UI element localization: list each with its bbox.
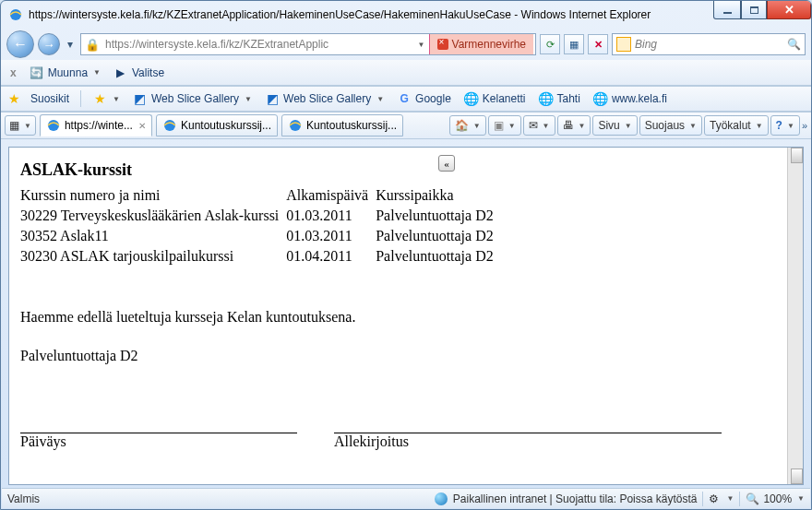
mail-icon: ✉ [529, 119, 538, 132]
select-icon: ▶ [113, 65, 128, 80]
vertical-scrollbar[interactable] [787, 148, 803, 484]
favlink-kela[interactable]: 🌐www.kela.fi [590, 89, 671, 108]
page-icon: 🌐 [539, 91, 554, 106]
page-menu-label: Sivu [598, 119, 619, 132]
col-header-place: Kurssipaikka [376, 185, 501, 206]
compat-view-button[interactable]: ▦ [564, 34, 584, 54]
favlink-label: Web Slice Gallery [151, 92, 239, 105]
print-button[interactable]: 🖶▼ [557, 115, 591, 136]
status-ready: Valmis [7, 492, 40, 505]
safety-menu[interactable]: Suojaus▼ [639, 115, 702, 136]
tab-1[interactable]: Kuntoutuskurssij... [156, 114, 278, 136]
forward-button[interactable]: → [38, 33, 60, 55]
signature-label-sign: Allekirjoitus [334, 433, 722, 450]
feeds-button[interactable]: ▣▼ [488, 115, 521, 136]
zone-icon [435, 492, 448, 505]
stop-button[interactable]: ✕ [588, 34, 608, 54]
svg-point-1 [48, 120, 59, 131]
convert-button[interactable]: 🔄 Muunna ▼ [26, 64, 104, 82]
nav-history-dropdown[interactable]: ▾ [64, 33, 77, 55]
favlink-tahti[interactable]: 🌐Tahti [535, 89, 584, 108]
search-submit-icon[interactable]: 🔍 [787, 38, 801, 51]
page-menu[interactable]: Sivu▼ [592, 115, 637, 136]
zoom-value: 100% [763, 492, 792, 505]
back-button[interactable]: ← [6, 30, 34, 58]
col-header-startdate: Alkamispäivä [286, 185, 376, 206]
status-bar: Valmis Paikallinen intranet | Suojattu t… [2, 488, 810, 508]
translate-toolbar: x 🔄 Muunna ▼ ▶ Valitse [1, 60, 811, 86]
document-body: « ASLAK-kurssit Kurssin numero ja nimi A… [9, 148, 787, 484]
webslice-icon: ◩ [133, 91, 148, 106]
select-label: Valitse [132, 66, 164, 79]
protected-mode-toggle-icon[interactable]: ⚙ [709, 492, 719, 505]
table-row: 30352 Aslak1101.03.2011Palveluntuottaja … [20, 226, 501, 246]
tab-label: https://winte... [65, 119, 133, 132]
address-text: https://wintersyste.kela.fi/kz/KZExtrane… [105, 38, 412, 51]
ie-icon [288, 118, 303, 133]
tab-close-icon[interactable]: ✕ [138, 121, 146, 131]
quick-tabs-button[interactable]: ▦▼ [5, 115, 36, 136]
favlink-label: Web Slice Gallery [283, 92, 371, 105]
window-titlebar: https://wintersyste.kela.fi/kz/KZExtrane… [1, 1, 811, 29]
certificate-error-button[interactable]: Varmennevirhe [429, 34, 533, 54]
address-dropdown-icon[interactable]: ▼ [418, 41, 425, 49]
window-maximize-button[interactable] [741, 1, 767, 19]
favlink-google[interactable]: GGoogle [393, 89, 455, 108]
star-add-icon: ★ [92, 91, 107, 106]
signature-label-date: Päiväys [20, 433, 297, 450]
zoom-control[interactable]: 🔍 100% ▼ [746, 492, 805, 505]
svg-point-2 [164, 120, 175, 131]
help-icon: ? [776, 119, 782, 132]
content-pane: « ASLAK-kurssit Kurssin numero ja nimi A… [8, 147, 804, 485]
select-button[interactable]: ▶ Valitse [110, 64, 168, 82]
favorites-button[interactable]: Suosikit [27, 90, 73, 107]
page-icon: 🌐 [593, 91, 608, 106]
ie-icon [8, 7, 23, 22]
refresh-button[interactable]: ⟳ [540, 34, 560, 54]
help-button[interactable]: ?▼ [770, 115, 800, 136]
translate-toolbar-close[interactable]: x [6, 66, 20, 79]
tools-menu-label: Työkalut [710, 119, 751, 132]
favlink-label: www.kela.fi [612, 92, 667, 105]
convert-icon: 🔄 [30, 65, 44, 80]
status-zone: Paikallinen intranet | Suojattu tila: Po… [453, 492, 698, 505]
document-sentence: Haemme edellä lueteltuja kursseja Kelan … [20, 309, 776, 326]
zoom-icon: 🔍 [746, 492, 759, 505]
favorites-star-icon[interactable]: ★ [6, 91, 21, 106]
lock-icon: 🔒 [85, 38, 100, 52]
favorites-bar: ★ Suosikit ★▼ ◩Web Slice Gallery▼ ◩Web S… [1, 86, 811, 112]
page-icon: 🌐 [464, 91, 479, 106]
svg-point-3 [290, 120, 301, 131]
address-bar[interactable]: 🔒 https://wintersyste.kela.fi/kz/KZExtra… [80, 33, 536, 55]
window-minimize-button[interactable] [713, 1, 741, 19]
convert-label: Muunna [48, 66, 88, 79]
command-bar-overflow[interactable]: » [802, 120, 807, 131]
favlink-webslice-2[interactable]: ◩Web Slice Gallery▼ [261, 89, 388, 108]
home-icon: 🏠 [455, 119, 469, 132]
command-bar: 🏠▼ ▣▼ ✉▼ 🖶▼ Sivu▼ Suojaus▼ Työkalut▼ ?▼ … [449, 115, 807, 136]
section-collapse-button[interactable]: « [438, 155, 455, 172]
readmail-button[interactable]: ✉▼ [523, 115, 555, 136]
search-box[interactable]: Bing 🔍 [612, 33, 806, 55]
table-row: 30230 ASLAK tarjouskilpailukurssi01.04.2… [20, 246, 501, 267]
home-button[interactable]: 🏠▼ [449, 115, 486, 136]
add-to-favorites-bar-button[interactable]: ★▼ [89, 89, 124, 108]
bing-icon [616, 37, 631, 52]
quicktabs-icon: ▦ [9, 119, 19, 132]
tab-label: Kuntoutuskurssij... [181, 119, 271, 132]
courses-table: Kurssin numero ja nimi Alkamispäivä Kurs… [20, 185, 501, 267]
tools-menu[interactable]: Työkalut▼ [704, 115, 769, 136]
shield-error-icon [437, 39, 448, 50]
document-heading: ASLAK-kurssit [20, 160, 776, 180]
tab-2[interactable]: Kuntoutuskurssij... [281, 114, 403, 136]
window-close-button[interactable]: ✕ [767, 1, 811, 19]
webslice-icon: ◩ [265, 91, 280, 106]
rss-icon: ▣ [494, 119, 504, 132]
favlink-webslice-1[interactable]: ◩Web Slice Gallery▼ [129, 89, 256, 108]
tab-row: ▦▼ https://winte... ✕ Kuntoutuskurssij..… [1, 112, 811, 139]
document-provider: Palveluntuottaja D2 [20, 348, 776, 364]
favlink-kelanetti[interactable]: 🌐Kelanetti [460, 89, 530, 108]
tab-0[interactable]: https://winte... ✕ [40, 114, 152, 136]
ie-icon [162, 118, 177, 133]
ie-icon [46, 118, 61, 133]
